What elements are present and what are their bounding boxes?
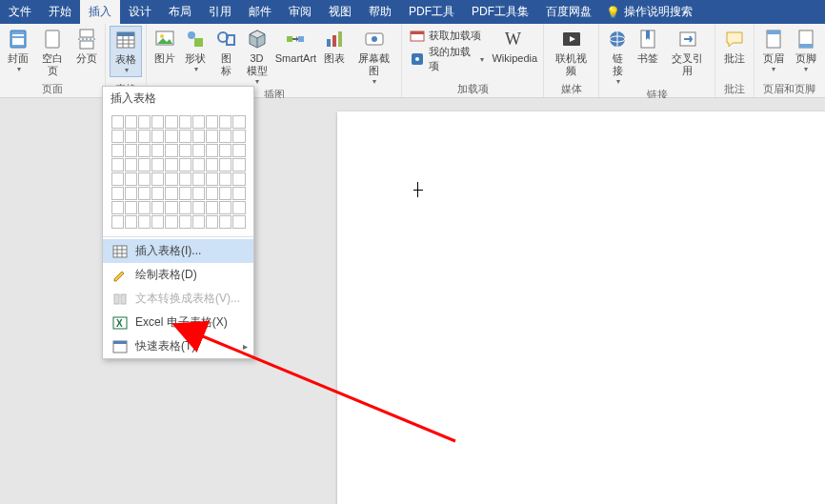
tab-baidu[interactable]: 百度网盘 — [537, 0, 600, 24]
grid-cell[interactable] — [151, 172, 164, 186]
grid-cell[interactable] — [111, 215, 124, 229]
tab-references[interactable]: 引用 — [200, 0, 240, 24]
bookmark-button[interactable]: 书签 — [634, 26, 662, 67]
quick-tables-menuitem[interactable]: 快速表格(T) ▸ — [103, 334, 253, 358]
tab-review[interactable]: 审阅 — [280, 0, 320, 24]
grid-cell[interactable] — [219, 144, 231, 157]
table-size-grid[interactable] — [103, 111, 253, 234]
tab-home[interactable]: 开始 — [40, 0, 80, 24]
grid-cell[interactable] — [125, 187, 137, 200]
grid-cell[interactable] — [232, 158, 245, 171]
shapes-button[interactable]: 形状 ▾ — [181, 26, 210, 75]
tab-design[interactable]: 设计 — [120, 0, 160, 24]
grid-cell[interactable] — [165, 172, 177, 186]
draw-table-menuitem[interactable]: 绘制表格(D) — [103, 263, 253, 287]
grid-cell[interactable] — [138, 158, 151, 171]
grid-cell[interactable] — [125, 201, 137, 214]
tab-layout[interactable]: 布局 — [160, 0, 200, 24]
grid-cell[interactable] — [111, 130, 124, 143]
grid-cell[interactable] — [219, 172, 231, 186]
grid-cell[interactable] — [192, 144, 205, 157]
grid-cell[interactable] — [219, 115, 231, 129]
grid-cell[interactable] — [206, 201, 218, 214]
cover-page-button[interactable]: 封面 ▾ — [4, 26, 32, 75]
page-break-button[interactable]: 分页 — [72, 26, 101, 67]
grid-cell[interactable] — [206, 172, 218, 186]
grid-cell[interactable] — [232, 144, 245, 157]
table-button[interactable]: 表格 ▾ — [110, 26, 142, 77]
grid-cell[interactable] — [151, 130, 164, 143]
grid-cell[interactable] — [111, 201, 124, 214]
comment-button[interactable]: 批注 — [719, 26, 750, 67]
grid-cell[interactable] — [206, 158, 218, 171]
grid-cell[interactable] — [138, 201, 151, 214]
grid-cell[interactable] — [165, 187, 177, 200]
tell-me-search[interactable]: 💡 操作说明搜索 — [606, 0, 693, 24]
grid-cell[interactable] — [138, 215, 151, 229]
tab-file[interactable]: 文件 — [0, 0, 40, 24]
grid-cell[interactable] — [232, 215, 245, 229]
grid-cell[interactable] — [151, 201, 164, 214]
grid-cell[interactable] — [125, 144, 137, 157]
header-button[interactable]: 页眉 ▾ — [758, 26, 789, 75]
insert-table-menuitem[interactable]: 插入表格(I)... — [103, 239, 253, 263]
grid-cell[interactable] — [232, 201, 245, 214]
screenshot-button[interactable]: 屏幕截图 ▾ — [351, 26, 396, 88]
grid-cell[interactable] — [111, 115, 124, 129]
grid-cell[interactable] — [232, 115, 245, 129]
online-video-button[interactable]: 联机视频 — [548, 26, 594, 79]
grid-cell[interactable] — [138, 187, 151, 200]
tab-pdfset[interactable]: PDF工具集 — [463, 0, 537, 24]
grid-cell[interactable] — [192, 201, 205, 214]
grid-cell[interactable] — [165, 115, 177, 129]
grid-cell[interactable] — [206, 115, 218, 129]
grid-cell[interactable] — [192, 130, 205, 143]
grid-cell[interactable] — [206, 130, 218, 143]
grid-cell[interactable] — [206, 215, 218, 229]
grid-cell[interactable] — [232, 130, 245, 143]
grid-cell[interactable] — [179, 144, 191, 157]
grid-cell[interactable] — [151, 215, 164, 229]
grid-cell[interactable] — [151, 144, 164, 157]
grid-cell[interactable] — [219, 187, 231, 200]
chart-button[interactable]: 图表 — [320, 26, 349, 67]
icons-button[interactable]: 图 标 — [211, 26, 240, 79]
grid-cell[interactable] — [138, 130, 151, 143]
grid-cell[interactable] — [125, 215, 137, 229]
crossref-button[interactable]: 交叉引用 — [665, 26, 712, 79]
grid-cell[interactable] — [192, 215, 205, 229]
tab-mailings[interactable]: 邮件 — [240, 0, 280, 24]
grid-cell[interactable] — [111, 187, 124, 200]
link-button[interactable]: 链 接 ▾ — [603, 26, 632, 88]
grid-cell[interactable] — [125, 115, 137, 129]
grid-cell[interactable] — [165, 158, 177, 171]
grid-cell[interactable] — [232, 172, 245, 186]
grid-cell[interactable] — [165, 144, 177, 157]
grid-cell[interactable] — [111, 158, 124, 171]
grid-cell[interactable] — [179, 187, 191, 200]
smartart-button[interactable]: SmartArt — [273, 26, 319, 67]
grid-cell[interactable] — [192, 158, 205, 171]
picture-button[interactable]: 图片 — [151, 26, 179, 67]
grid-cell[interactable] — [138, 144, 151, 157]
grid-cell[interactable] — [125, 130, 137, 143]
grid-cell[interactable] — [151, 158, 164, 171]
tab-help[interactable]: 帮助 — [360, 0, 400, 24]
grid-cell[interactable] — [165, 201, 177, 214]
grid-cell[interactable] — [165, 215, 177, 229]
my-addins-button[interactable]: 我的加载项 ▾ — [410, 45, 484, 73]
grid-cell[interactable] — [179, 130, 191, 143]
grid-cell[interactable] — [111, 144, 124, 157]
footer-button[interactable]: 页脚 ▾ — [791, 26, 821, 75]
tab-view[interactable]: 视图 — [320, 0, 360, 24]
grid-cell[interactable] — [192, 187, 205, 200]
grid-cell[interactable] — [232, 187, 245, 200]
grid-cell[interactable] — [192, 115, 205, 129]
grid-cell[interactable] — [165, 130, 177, 143]
grid-cell[interactable] — [151, 115, 164, 129]
grid-cell[interactable] — [179, 158, 191, 171]
grid-cell[interactable] — [138, 115, 151, 129]
grid-cell[interactable] — [206, 187, 218, 200]
grid-cell[interactable] — [125, 158, 137, 171]
grid-cell[interactable] — [111, 172, 124, 186]
